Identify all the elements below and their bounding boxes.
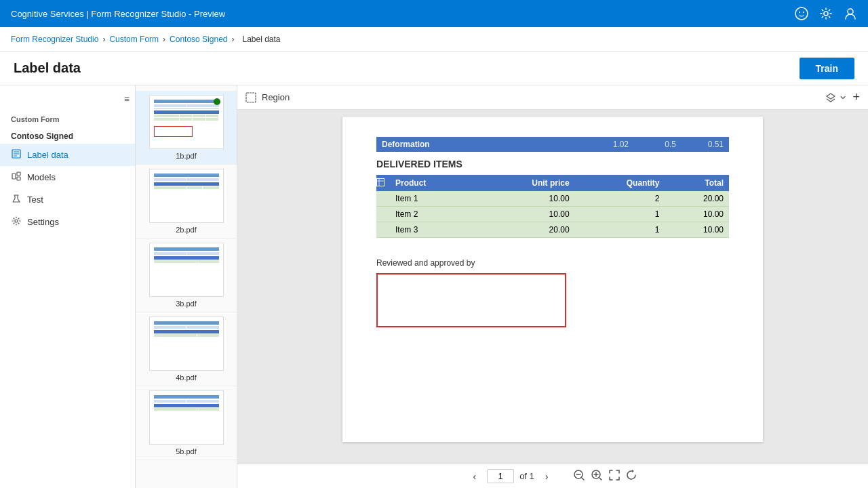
page-header: Label data Train	[0, 52, 868, 85]
table-row-item2-total: 10.00	[665, 207, 729, 222]
file-name-1b: 1b.pdf	[141, 152, 231, 160]
sidebar-section-title: Contoso Signed	[0, 126, 135, 144]
table-row-item2: Item 2 10.00 1 10.00	[376, 207, 729, 222]
sidebar-item-settings-label: Settings	[27, 217, 59, 227]
table-row-item3-icon	[376, 222, 390, 238]
svg-rect-15	[377, 178, 384, 186]
file-thumbnail-4b	[149, 317, 224, 371]
svg-point-1	[799, 12, 800, 13]
deformation-val-2: 0.5	[642, 140, 676, 149]
sidebar-item-settings[interactable]: Settings	[0, 211, 135, 233]
settings-icon[interactable]	[819, 7, 833, 20]
breadcrumb-sep-2: ›	[163, 35, 165, 44]
signature-box	[376, 273, 566, 327]
topbar: Cognitive Services | Form Recognizer Stu…	[0, 0, 868, 27]
sidebar-group-title: Custom Form	[0, 107, 135, 126]
table-header-unit-price: Unit price	[475, 175, 575, 191]
svg-line-20	[582, 478, 584, 480]
sidebar-item-models[interactable]: Models	[0, 166, 135, 188]
sidebar-item-models-label: Models	[27, 172, 56, 182]
table-row-item3-product: Item 3	[390, 222, 475, 238]
svg-point-3	[824, 12, 828, 16]
settings-sidebar-icon	[11, 216, 22, 228]
page-title: Label data	[14, 60, 81, 76]
next-page-button[interactable]: ›	[540, 468, 554, 485]
file-item-1b[interactable]: 1b.pdf	[136, 91, 237, 165]
table-row-item1-icon	[376, 191, 390, 207]
document-viewer: Region + D	[237, 85, 868, 488]
file-item-4b[interactable]: 4b.pdf	[136, 312, 237, 386]
app-title: Cognitive Services | Form Recognizer Stu…	[11, 9, 225, 19]
document-scroll[interactable]: Deformation 1.02 0.5 0.51 DELIVERED ITEM…	[237, 110, 868, 464]
sidebar: ≡ Custom Form Contoso Signed Label data	[0, 85, 136, 488]
region-toolbar: Region +	[237, 85, 868, 110]
user-icon[interactable]	[844, 7, 857, 20]
file-indicator-1b	[214, 98, 220, 105]
page-of-label: of 1	[519, 471, 534, 481]
table-row-item2-icon	[376, 207, 390, 222]
pagination-bar: ‹ of 1 ›	[237, 464, 868, 488]
prev-page-button[interactable]: ‹	[467, 468, 481, 485]
breadcrumb: Form Recognizer Studio › Custom Form › C…	[0, 27, 868, 52]
svg-rect-11	[17, 177, 20, 180]
table-row-item2-price: 10.00	[475, 207, 575, 222]
svg-point-4	[848, 9, 853, 14]
table-icon-header	[376, 175, 390, 191]
table-row-item2-qty: 1	[575, 207, 665, 222]
svg-rect-9	[12, 174, 16, 179]
page-number-input[interactable]	[487, 469, 514, 483]
svg-line-24	[599, 478, 601, 480]
emoji-icon[interactable]	[795, 7, 808, 20]
table-header-quantity: Quantity	[575, 175, 665, 191]
train-button[interactable]: Train	[800, 58, 854, 79]
table-row-item3-total: 10.00	[665, 222, 729, 238]
table-row-item1-total: 20.00	[665, 191, 729, 207]
table-row-item2-product: Item 2	[390, 207, 475, 222]
region-label: Region	[262, 92, 290, 102]
items-table: Product Unit price Quantity Total Item 1…	[376, 175, 729, 238]
delivered-items-title: DELIVERED ITEMS	[376, 159, 729, 169]
layer-button[interactable]	[825, 92, 847, 103]
file-item-3b[interactable]: 3b.pdf	[136, 239, 237, 312]
svg-rect-14	[246, 93, 256, 102]
add-button[interactable]: +	[852, 90, 860, 104]
breadcrumb-custom-form[interactable]: Custom Form	[109, 35, 159, 44]
zoom-out-button[interactable]	[573, 469, 585, 484]
table-row-item3-price: 20.00	[475, 222, 575, 238]
table-row-item3: Item 3 20.00 1 10.00	[376, 222, 729, 238]
deformation-label: Deformation	[382, 140, 581, 149]
table-row-item1-product: Item 1	[390, 191, 475, 207]
sidebar-item-label-data[interactable]: Label data	[0, 144, 135, 166]
sidebar-item-test[interactable]: Test	[0, 188, 135, 211]
file-thumbnail-5b	[149, 390, 224, 445]
test-icon	[11, 194, 22, 205]
fit-page-button[interactable]	[608, 469, 620, 484]
breadcrumb-contoso-signed[interactable]: Contoso Signed	[170, 35, 227, 44]
rotate-button[interactable]	[626, 469, 638, 484]
table-row-item1-price: 10.00	[475, 191, 575, 207]
file-item-5b[interactable]: 5b.pdf	[136, 386, 237, 460]
file-thumbnail-2b	[149, 169, 224, 223]
file-name-4b: 4b.pdf	[141, 373, 231, 382]
sidebar-collapse-button[interactable]: ≡	[124, 94, 130, 104]
topbar-icons	[795, 7, 857, 20]
layers-icon	[825, 92, 836, 103]
document-page-2-partial	[342, 449, 763, 457]
file-name-3b: 3b.pdf	[141, 300, 231, 308]
file-list-panel: 1b.pdf	[136, 85, 237, 488]
table-row-item3-qty: 1	[575, 222, 665, 238]
table-header-total: Total	[665, 175, 729, 191]
sidebar-collapse: ≡	[0, 91, 135, 107]
sidebar-item-test-label: Test	[27, 195, 43, 205]
breadcrumb-form-recognizer[interactable]: Form Recognizer Studio	[11, 35, 98, 44]
document-page-1: Deformation 1.02 0.5 0.51 DELIVERED ITEM…	[342, 117, 763, 442]
deformation-val-3: 0.51	[690, 140, 724, 149]
table-header-product: Product	[390, 175, 475, 191]
svg-point-13	[15, 220, 18, 222]
region-icon	[245, 92, 256, 103]
main-layout: ≡ Custom Form Contoso Signed Label data	[0, 85, 868, 488]
svg-point-0	[795, 7, 808, 20]
models-icon	[11, 171, 22, 183]
file-item-2b[interactable]: 2b.pdf	[136, 165, 237, 239]
zoom-in-button[interactable]	[591, 469, 603, 484]
